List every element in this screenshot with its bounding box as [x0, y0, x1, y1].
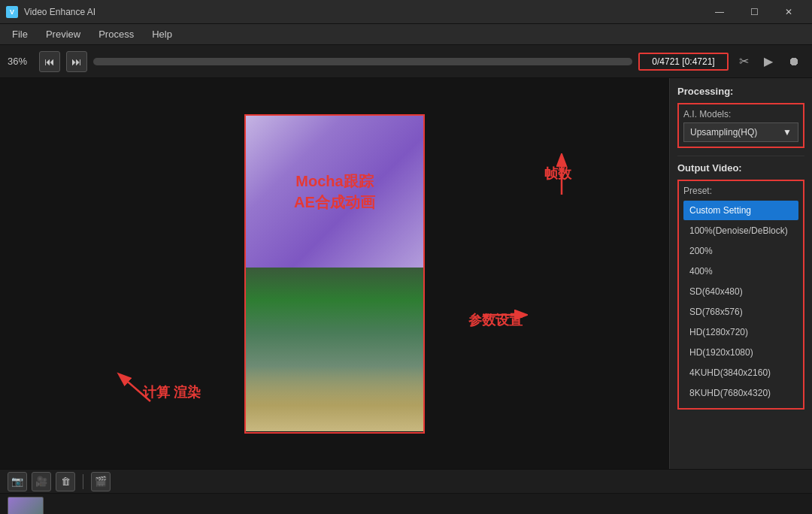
- processing-label: Processing:: [677, 86, 804, 97]
- titlebar-title: Video Enhance AI: [24, 7, 95, 17]
- play-forward-button[interactable]: ⏭: [66, 51, 87, 72]
- scissors-button[interactable]: ✂: [735, 51, 753, 71]
- record-button[interactable]: ⏺: [783, 52, 804, 71]
- preset-list: Custom Setting100%(Denoise/DeBlock)200%4…: [683, 201, 798, 403]
- timeline-scrubber[interactable]: [93, 58, 632, 65]
- menu-help[interactable]: Help: [143, 26, 181, 43]
- video-bottom-frame: [246, 268, 423, 432]
- main-content: Mocha跟踪 AE合成动画 帧数 参数设置 计算 渲染: [0, 78, 812, 469]
- preset-item-6[interactable]: HD(1280x720): [683, 322, 798, 342]
- filmstrip: [0, 493, 812, 514]
- annotation-compute: 计算 渲染: [143, 383, 201, 401]
- preset-item-8[interactable]: 4KUHD(3840x2160): [683, 363, 798, 382]
- preset-item-5[interactable]: SD(768x576): [683, 302, 798, 322]
- film-thumbnail[interactable]: [8, 497, 44, 515]
- ai-models-label: A.I. Models:: [683, 109, 798, 119]
- preset-box: Preset: Custom Setting100%(Denoise/DeBlo…: [677, 180, 804, 410]
- ai-models-box: A.I. Models: Upsampling(HQ) ▼: [677, 103, 804, 148]
- titlebar-left: V Video Enhance AI: [6, 6, 95, 18]
- preset-item-7[interactable]: HD(1920x1080): [683, 343, 798, 362]
- zoom-label: 36%: [8, 56, 33, 67]
- panel-divider: [677, 156, 804, 156]
- preset-item-4[interactable]: SD(640x480): [683, 282, 798, 301]
- right-panel: Processing: A.I. Models: Upsampling(HQ) …: [669, 78, 812, 469]
- maximize-button[interactable]: ☐: [737, 0, 771, 24]
- preset-item-0[interactable]: Custom Setting: [683, 201, 798, 220]
- chevron-down-icon: ▼: [783, 127, 792, 138]
- app-icon: V: [6, 6, 18, 18]
- delete-button[interactable]: 🗑: [56, 472, 75, 491]
- menu-process[interactable]: Process: [89, 26, 143, 43]
- video-export-button[interactable]: 🎥: [32, 472, 51, 491]
- titlebar: V Video Enhance AI — ☐ ✕: [0, 0, 812, 24]
- toolbar: 36% ⏮ ⏭ 0/4721 [0:4721] ✂ ▶ ⏺: [0, 45, 812, 78]
- render-button[interactable]: 🎬: [91, 472, 111, 491]
- preset-item-2[interactable]: 200%: [683, 241, 798, 261]
- film-thumb-inner: [8, 497, 43, 515]
- annotation-frame: 帧数: [544, 165, 571, 183]
- preset-item-1[interactable]: 100%(Denoise/DeBlock): [683, 221, 798, 240]
- annotation-params: 参数设置: [468, 311, 523, 329]
- menu-file[interactable]: File: [3, 26, 37, 43]
- titlebar-controls: — ☐ ✕: [702, 0, 806, 24]
- menubar: File Preview Process Help: [0, 24, 812, 45]
- video-overlay-text: Mocha跟踪 AE合成动画: [294, 171, 375, 213]
- preset-item-9[interactable]: 8KUHD(7680x4320): [683, 383, 798, 403]
- toolbar-separator: [83, 474, 83, 489]
- frame-counter[interactable]: 0/4721 [0:4721]: [638, 53, 729, 71]
- menu-preview[interactable]: Preview: [37, 26, 89, 43]
- forward-button[interactable]: ▶: [759, 51, 777, 71]
- video-top-frame: Mocha跟踪 AE合成动画: [246, 116, 423, 268]
- preset-item-3[interactable]: 400%: [683, 262, 798, 281]
- video-preview: Mocha跟踪 AE合成动画: [244, 114, 425, 434]
- canvas-area: Mocha跟踪 AE合成动画 帧数 参数设置 计算 渲染: [0, 78, 669, 469]
- play-back-button[interactable]: ⏮: [39, 51, 60, 72]
- ai-model-select[interactable]: Upsampling(HQ) ▼: [683, 122, 798, 142]
- screenshot-button[interactable]: 📷: [8, 472, 27, 491]
- preset-label: Preset:: [683, 186, 798, 196]
- output-video-label: Output Video:: [677, 162, 804, 174]
- bottom-toolbar: 📷 🎥 🗑 🎬: [0, 469, 812, 493]
- close-button[interactable]: ✕: [771, 0, 806, 24]
- minimize-button[interactable]: —: [702, 0, 737, 24]
- video-gradient-overlay: [246, 366, 423, 432]
